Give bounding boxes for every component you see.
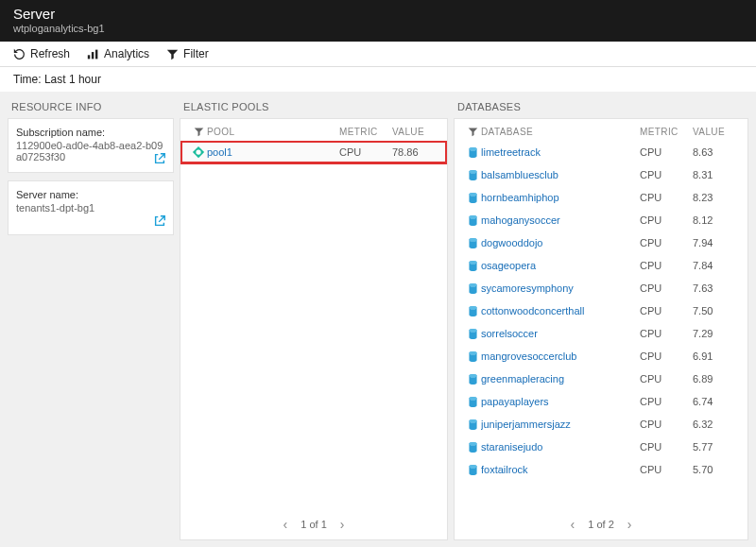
resource-info-column: RESOURCE INFO Subscription name: 112900e… — [8, 97, 174, 540]
svg-point-28 — [469, 397, 476, 401]
database-name: osageopera — [481, 260, 640, 271]
database-row[interactable]: hornbeamhiphopCPU8.23 — [455, 186, 747, 209]
databases-title: DATABASES — [454, 97, 748, 118]
svg-point-26 — [469, 374, 476, 378]
analytics-icon — [87, 48, 99, 60]
database-value: 6.74 — [693, 396, 738, 407]
database-row[interactable]: limetreetrackCPU8.63 — [455, 141, 747, 163]
subscription-value: 112900e0-ad0e-4ab8-aea2-b09a07253f30 — [16, 140, 165, 162]
database-value: 7.50 — [693, 305, 738, 316]
external-link-icon — [153, 214, 166, 228]
svg-point-10 — [469, 193, 476, 197]
database-icon — [464, 237, 481, 249]
database-row[interactable]: mangrovesoccerclubCPU6.91 — [455, 345, 747, 368]
pool-row[interactable]: pool1CPU78.86 — [180, 141, 447, 163]
database-value: 8.23 — [693, 192, 738, 203]
database-icon — [464, 464, 481, 476]
database-row[interactable]: dogwooddojoCPU7.94 — [455, 231, 747, 254]
databases-pager: ‹ 1 of 2 › — [455, 509, 747, 539]
pools-pager: ‹ 1 of 1 › — [180, 509, 447, 539]
database-row[interactable]: papayaplayersCPU6.74 — [455, 390, 747, 413]
open-server-button[interactable] — [152, 214, 167, 229]
database-name: papayaplayers — [481, 396, 640, 407]
database-value: 7.63 — [693, 282, 738, 294]
database-row[interactable]: sorrelsoccerCPU7.29 — [455, 322, 747, 345]
filter-button[interactable]: Filter — [166, 47, 209, 60]
database-icon — [464, 373, 481, 385]
database-metric: CPU — [640, 214, 693, 226]
databases-next-button[interactable]: › — [627, 517, 632, 532]
database-value: 7.84 — [693, 260, 738, 271]
subscription-label: Subscription name: — [16, 127, 165, 138]
pools-body: pool1CPU78.86 — [180, 141, 447, 509]
database-value: 8.31 — [693, 169, 738, 180]
filter-icon — [166, 48, 179, 60]
main-columns: RESOURCE INFO Subscription name: 112900e… — [0, 92, 756, 540]
database-row[interactable]: sycamoresymphonyCPU7.63 — [455, 277, 747, 299]
refresh-button[interactable]: Refresh — [13, 47, 70, 60]
pools-col-value: VALUE — [392, 127, 438, 137]
database-icon — [464, 260, 481, 272]
database-name: staranisejudo — [481, 441, 640, 453]
database-row[interactable]: balsambluesclubCPU8.31 — [455, 163, 747, 186]
pools-prev-button[interactable]: ‹ — [284, 517, 288, 532]
databases-table-header: DATABASE METRIC VALUE — [455, 119, 747, 141]
resource-info-title: RESOURCE INFO — [8, 97, 174, 118]
database-name: mangrovesoccerclub — [481, 350, 640, 362]
database-name: limetreetrack — [481, 146, 640, 158]
database-row[interactable]: cottonwoodconcerthallCPU7.50 — [455, 299, 747, 322]
databases-filter-button[interactable] — [464, 127, 481, 137]
svg-point-24 — [469, 351, 476, 355]
pools-col-pool: POOL — [207, 127, 339, 137]
database-row[interactable]: staranisejudoCPU5.77 — [455, 436, 747, 458]
time-range[interactable]: Time: Last 1 hour — [0, 67, 756, 92]
databases-prev-button[interactable]: ‹ — [571, 517, 576, 532]
server-card: Server name: tenants1-dpt-bg1 — [8, 180, 174, 235]
analytics-label: Analytics — [104, 47, 149, 60]
database-metric: CPU — [640, 282, 693, 294]
external-link-icon — [153, 152, 166, 165]
database-row[interactable]: greenmapleracingCPU6.89 — [455, 368, 747, 390]
database-name: balsambluesclub — [481, 169, 640, 180]
filter-label: Filter — [183, 47, 209, 60]
database-icon — [464, 146, 481, 159]
database-value: 8.63 — [693, 146, 738, 158]
database-name: mahoganysoccer — [481, 214, 640, 226]
database-row[interactable]: foxtailrockCPU5.70 — [455, 458, 747, 481]
database-name: sorrelsoccer — [481, 328, 640, 339]
database-row[interactable]: mahoganysoccerCPU8.12 — [455, 209, 747, 231]
open-subscription-button[interactable] — [152, 151, 167, 166]
svg-point-30 — [469, 419, 476, 423]
pools-filter-button[interactable] — [190, 127, 207, 137]
databases-col-value: VALUE — [693, 127, 738, 137]
database-icon — [464, 282, 481, 295]
pools-table-header: POOL METRIC VALUE — [180, 119, 447, 141]
pool-value: 78.86 — [392, 146, 438, 158]
svg-rect-2 — [95, 49, 97, 59]
database-metric: CPU — [640, 305, 693, 316]
database-row[interactable]: juniperjammersjazzCPU6.32 — [455, 413, 747, 436]
database-icon — [464, 419, 481, 431]
databases-page-indicator: 1 of 2 — [588, 519, 614, 530]
database-value: 6.89 — [693, 373, 738, 385]
filter-icon — [468, 127, 478, 137]
database-name: cottonwoodconcerthall — [481, 305, 640, 316]
database-name: greenmapleracing — [481, 373, 640, 385]
toolbar: Refresh Analytics Filter — [0, 42, 756, 67]
refresh-icon — [13, 48, 26, 60]
database-metric: CPU — [640, 237, 693, 248]
database-metric: CPU — [640, 169, 693, 180]
svg-rect-0 — [88, 55, 90, 59]
database-row[interactable]: osageoperaCPU7.84 — [455, 254, 747, 277]
analytics-button[interactable]: Analytics — [87, 47, 149, 60]
svg-rect-1 — [92, 52, 94, 59]
elastic-pool-icon — [190, 145, 207, 159]
refresh-label: Refresh — [30, 47, 70, 60]
pools-next-button[interactable]: › — [340, 517, 345, 532]
page-title: Server — [13, 6, 743, 22]
server-label: Server name: — [16, 189, 165, 200]
pool-name: pool1 — [207, 146, 339, 158]
database-icon — [464, 350, 481, 363]
databases-panel: DATABASE METRIC VALUE limetreetrackCPU8.… — [454, 118, 748, 540]
pools-col-metric: METRIC — [339, 127, 392, 137]
